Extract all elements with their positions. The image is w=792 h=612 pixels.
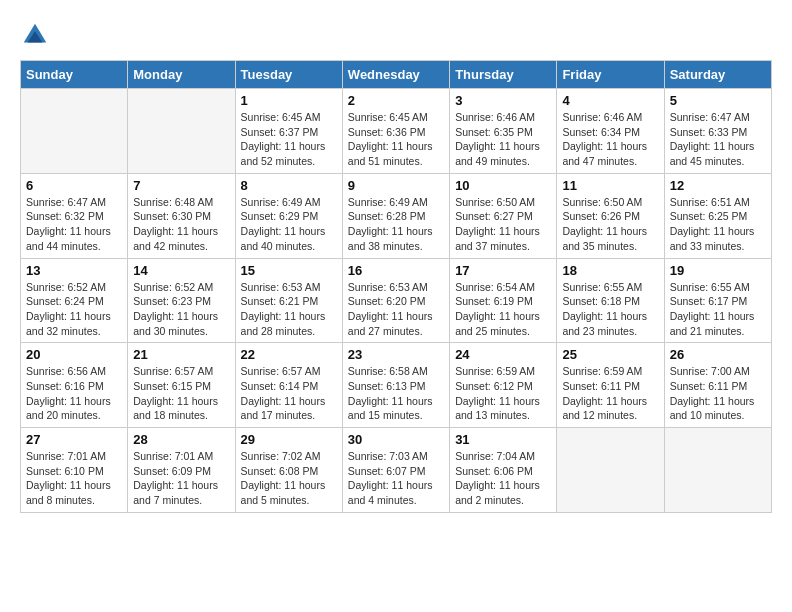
day-info: Sunrise: 7:01 AM Sunset: 6:09 PM Dayligh… (133, 449, 229, 508)
calendar-cell: 25Sunrise: 6:59 AM Sunset: 6:11 PM Dayli… (557, 343, 664, 428)
calendar-cell: 22Sunrise: 6:57 AM Sunset: 6:14 PM Dayli… (235, 343, 342, 428)
weekday-header: Monday (128, 61, 235, 89)
day-info: Sunrise: 6:59 AM Sunset: 6:12 PM Dayligh… (455, 364, 551, 423)
calendar-cell: 11Sunrise: 6:50 AM Sunset: 6:26 PM Dayli… (557, 173, 664, 258)
day-number: 20 (26, 347, 122, 362)
day-number: 22 (241, 347, 337, 362)
calendar-cell: 2Sunrise: 6:45 AM Sunset: 6:36 PM Daylig… (342, 89, 449, 174)
calendar-cell: 4Sunrise: 6:46 AM Sunset: 6:34 PM Daylig… (557, 89, 664, 174)
calendar-cell (21, 89, 128, 174)
calendar-cell: 17Sunrise: 6:54 AM Sunset: 6:19 PM Dayli… (450, 258, 557, 343)
day-number: 15 (241, 263, 337, 278)
day-number: 29 (241, 432, 337, 447)
day-number: 28 (133, 432, 229, 447)
calendar-cell: 31Sunrise: 7:04 AM Sunset: 6:06 PM Dayli… (450, 428, 557, 513)
day-info: Sunrise: 7:02 AM Sunset: 6:08 PM Dayligh… (241, 449, 337, 508)
day-info: Sunrise: 6:59 AM Sunset: 6:11 PM Dayligh… (562, 364, 658, 423)
day-number: 21 (133, 347, 229, 362)
day-number: 27 (26, 432, 122, 447)
day-number: 5 (670, 93, 766, 108)
calendar-cell: 15Sunrise: 6:53 AM Sunset: 6:21 PM Dayli… (235, 258, 342, 343)
day-number: 19 (670, 263, 766, 278)
calendar-cell: 3Sunrise: 6:46 AM Sunset: 6:35 PM Daylig… (450, 89, 557, 174)
calendar-week-row: 13Sunrise: 6:52 AM Sunset: 6:24 PM Dayli… (21, 258, 772, 343)
calendar-cell: 5Sunrise: 6:47 AM Sunset: 6:33 PM Daylig… (664, 89, 771, 174)
day-number: 23 (348, 347, 444, 362)
day-number: 17 (455, 263, 551, 278)
day-number: 31 (455, 432, 551, 447)
calendar-cell (664, 428, 771, 513)
day-info: Sunrise: 6:45 AM Sunset: 6:37 PM Dayligh… (241, 110, 337, 169)
day-info: Sunrise: 6:48 AM Sunset: 6:30 PM Dayligh… (133, 195, 229, 254)
calendar-cell: 9Sunrise: 6:49 AM Sunset: 6:28 PM Daylig… (342, 173, 449, 258)
calendar-week-row: 6Sunrise: 6:47 AM Sunset: 6:32 PM Daylig… (21, 173, 772, 258)
day-number: 2 (348, 93, 444, 108)
day-info: Sunrise: 6:54 AM Sunset: 6:19 PM Dayligh… (455, 280, 551, 339)
calendar-cell: 20Sunrise: 6:56 AM Sunset: 6:16 PM Dayli… (21, 343, 128, 428)
day-info: Sunrise: 6:58 AM Sunset: 6:13 PM Dayligh… (348, 364, 444, 423)
day-number: 25 (562, 347, 658, 362)
calendar-cell: 16Sunrise: 6:53 AM Sunset: 6:20 PM Dayli… (342, 258, 449, 343)
day-number: 16 (348, 263, 444, 278)
calendar-cell (557, 428, 664, 513)
weekday-header: Sunday (21, 61, 128, 89)
day-info: Sunrise: 7:03 AM Sunset: 6:07 PM Dayligh… (348, 449, 444, 508)
day-info: Sunrise: 7:00 AM Sunset: 6:11 PM Dayligh… (670, 364, 766, 423)
day-number: 7 (133, 178, 229, 193)
calendar-cell: 23Sunrise: 6:58 AM Sunset: 6:13 PM Dayli… (342, 343, 449, 428)
day-number: 8 (241, 178, 337, 193)
calendar-cell: 26Sunrise: 7:00 AM Sunset: 6:11 PM Dayli… (664, 343, 771, 428)
day-info: Sunrise: 6:55 AM Sunset: 6:18 PM Dayligh… (562, 280, 658, 339)
calendar-header: SundayMondayTuesdayWednesdayThursdayFrid… (21, 61, 772, 89)
day-info: Sunrise: 7:04 AM Sunset: 6:06 PM Dayligh… (455, 449, 551, 508)
calendar-cell: 8Sunrise: 6:49 AM Sunset: 6:29 PM Daylig… (235, 173, 342, 258)
day-info: Sunrise: 6:57 AM Sunset: 6:15 PM Dayligh… (133, 364, 229, 423)
day-number: 11 (562, 178, 658, 193)
weekday-header: Tuesday (235, 61, 342, 89)
day-info: Sunrise: 6:50 AM Sunset: 6:27 PM Dayligh… (455, 195, 551, 254)
calendar-cell: 29Sunrise: 7:02 AM Sunset: 6:08 PM Dayli… (235, 428, 342, 513)
day-number: 24 (455, 347, 551, 362)
day-info: Sunrise: 6:53 AM Sunset: 6:21 PM Dayligh… (241, 280, 337, 339)
weekday-row: SundayMondayTuesdayWednesdayThursdayFrid… (21, 61, 772, 89)
weekday-header: Friday (557, 61, 664, 89)
day-info: Sunrise: 6:52 AM Sunset: 6:24 PM Dayligh… (26, 280, 122, 339)
day-info: Sunrise: 6:50 AM Sunset: 6:26 PM Dayligh… (562, 195, 658, 254)
day-info: Sunrise: 6:52 AM Sunset: 6:23 PM Dayligh… (133, 280, 229, 339)
day-number: 1 (241, 93, 337, 108)
calendar-cell: 24Sunrise: 6:59 AM Sunset: 6:12 PM Dayli… (450, 343, 557, 428)
day-info: Sunrise: 6:49 AM Sunset: 6:28 PM Dayligh… (348, 195, 444, 254)
day-number: 9 (348, 178, 444, 193)
day-info: Sunrise: 6:51 AM Sunset: 6:25 PM Dayligh… (670, 195, 766, 254)
calendar-cell: 19Sunrise: 6:55 AM Sunset: 6:17 PM Dayli… (664, 258, 771, 343)
calendar-week-row: 20Sunrise: 6:56 AM Sunset: 6:16 PM Dayli… (21, 343, 772, 428)
calendar-week-row: 1Sunrise: 6:45 AM Sunset: 6:37 PM Daylig… (21, 89, 772, 174)
calendar-cell: 12Sunrise: 6:51 AM Sunset: 6:25 PM Dayli… (664, 173, 771, 258)
calendar-cell: 13Sunrise: 6:52 AM Sunset: 6:24 PM Dayli… (21, 258, 128, 343)
day-number: 13 (26, 263, 122, 278)
calendar-cell: 1Sunrise: 6:45 AM Sunset: 6:37 PM Daylig… (235, 89, 342, 174)
calendar-table: SundayMondayTuesdayWednesdayThursdayFrid… (20, 60, 772, 513)
weekday-header: Wednesday (342, 61, 449, 89)
calendar-body: 1Sunrise: 6:45 AM Sunset: 6:37 PM Daylig… (21, 89, 772, 513)
calendar-cell: 14Sunrise: 6:52 AM Sunset: 6:23 PM Dayli… (128, 258, 235, 343)
day-info: Sunrise: 6:57 AM Sunset: 6:14 PM Dayligh… (241, 364, 337, 423)
calendar-cell: 6Sunrise: 6:47 AM Sunset: 6:32 PM Daylig… (21, 173, 128, 258)
day-info: Sunrise: 6:47 AM Sunset: 6:32 PM Dayligh… (26, 195, 122, 254)
calendar-cell: 18Sunrise: 6:55 AM Sunset: 6:18 PM Dayli… (557, 258, 664, 343)
day-info: Sunrise: 6:53 AM Sunset: 6:20 PM Dayligh… (348, 280, 444, 339)
calendar-cell: 7Sunrise: 6:48 AM Sunset: 6:30 PM Daylig… (128, 173, 235, 258)
day-number: 26 (670, 347, 766, 362)
day-number: 3 (455, 93, 551, 108)
logo-icon (20, 20, 50, 50)
day-info: Sunrise: 7:01 AM Sunset: 6:10 PM Dayligh… (26, 449, 122, 508)
day-info: Sunrise: 6:46 AM Sunset: 6:34 PM Dayligh… (562, 110, 658, 169)
day-number: 30 (348, 432, 444, 447)
weekday-header: Thursday (450, 61, 557, 89)
day-number: 12 (670, 178, 766, 193)
calendar-cell: 10Sunrise: 6:50 AM Sunset: 6:27 PM Dayli… (450, 173, 557, 258)
calendar-cell (128, 89, 235, 174)
calendar-cell: 30Sunrise: 7:03 AM Sunset: 6:07 PM Dayli… (342, 428, 449, 513)
day-number: 4 (562, 93, 658, 108)
calendar-cell: 28Sunrise: 7:01 AM Sunset: 6:09 PM Dayli… (128, 428, 235, 513)
